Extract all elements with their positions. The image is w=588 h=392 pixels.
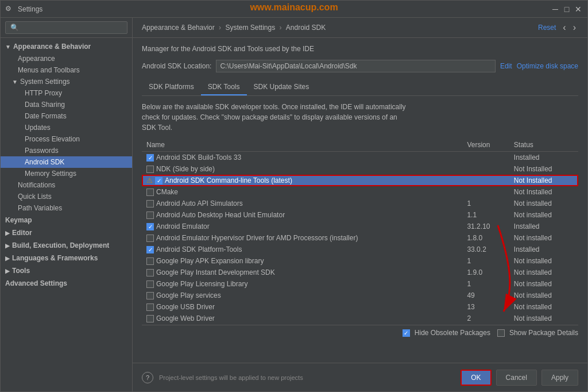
- sdk-location-input[interactable]: [216, 60, 496, 72]
- edit-link[interactable]: Edit: [500, 62, 512, 70]
- row-name-cell: Android Auto API Simulators: [142, 198, 462, 209]
- show-package-details: Show Package Details: [497, 329, 578, 337]
- row-checkbox[interactable]: [146, 315, 154, 322]
- sidebar-item-keymap[interactable]: Keymap: [1, 214, 132, 226]
- sidebar-item-android-sdk[interactable]: Android SDK: [1, 156, 132, 168]
- sidebar-item-http-proxy[interactable]: HTTP Proxy: [1, 87, 132, 99]
- close-button[interactable]: ✕: [574, 5, 583, 14]
- row-checkbox[interactable]: [146, 292, 154, 299]
- show-details-checkbox[interactable]: [497, 329, 505, 337]
- sidebar-item-build-execution[interactable]: ▶ Build, Execution, Deployment: [1, 239, 132, 252]
- cancel-button[interactable]: Cancel: [496, 370, 537, 386]
- row-checkbox[interactable]: [146, 212, 154, 219]
- row-name-cell: ✓Android Emulator: [142, 221, 462, 232]
- breadcrumb-separator: ›: [219, 24, 223, 32]
- optimize-link[interactable]: Optimize disk space: [517, 62, 578, 70]
- table-row[interactable]: ✓Android SDK Build-Tools 33Installed: [142, 152, 578, 164]
- row-name-text: Android Emulator: [156, 222, 210, 230]
- show-details-label: Show Package Details: [509, 329, 578, 337]
- sidebar-item-tools[interactable]: ▶ Tools: [1, 264, 132, 277]
- table-row[interactable]: NDK (Side by side)Not Installed: [142, 163, 578, 175]
- reset-link[interactable]: Reset: [538, 24, 556, 32]
- col-name: Name: [142, 139, 462, 152]
- sidebar-item-notifications[interactable]: Notifications: [1, 179, 132, 191]
- row-checkbox[interactable]: [146, 189, 154, 196]
- ok-button[interactable]: OK: [461, 370, 491, 386]
- row-checkbox[interactable]: ✓: [146, 154, 154, 162]
- row-checkbox[interactable]: ✓: [146, 246, 154, 253]
- row-name-text: Google Play APK Expansion library: [156, 257, 264, 265]
- row-checkbox[interactable]: [146, 303, 154, 311]
- expand-arrow-icon: ▼: [5, 44, 11, 50]
- table-row[interactable]: Google Play Licensing Library1Not instal…: [142, 278, 578, 290]
- table-row[interactable]: Google Web Driver2Not installed: [142, 313, 578, 322]
- sidebar-item-editor[interactable]: ▶ Editor: [1, 226, 132, 239]
- row-status-cell: Not installed: [509, 278, 578, 290]
- table-row[interactable]: CMakeNot Installed: [142, 186, 578, 198]
- tab-sdk-platforms[interactable]: SDK Platforms: [142, 79, 201, 95]
- table-row[interactable]: Android Emulator Hypervisor Driver for A…: [142, 232, 578, 244]
- table-row[interactable]: Google USB Driver13Not installed: [142, 301, 578, 313]
- row-checkbox[interactable]: [146, 200, 154, 207]
- row-status-cell: Not installed: [509, 232, 578, 244]
- row-version-cell: 1: [462, 278, 509, 290]
- row-checkbox[interactable]: [146, 280, 154, 288]
- sidebar-item-quick-lists[interactable]: Quick Lists: [1, 191, 132, 202]
- minimize-button[interactable]: ─: [551, 5, 560, 14]
- window-title: Settings: [18, 5, 42, 13]
- row-name-text: Android SDK Build-Tools 33: [156, 153, 241, 162]
- forward-button[interactable]: ›: [571, 22, 578, 33]
- row-checkbox[interactable]: [146, 235, 154, 242]
- table-row[interactable]: ⚠✓Android SDK Command-line Tools (latest…: [142, 175, 578, 186]
- row-name-text: CMake: [156, 188, 178, 196]
- table-row[interactable]: ✓Android SDK Platform-Tools33.0.2Install…: [142, 244, 578, 255]
- sidebar-item-appearance[interactable]: Appearance: [1, 53, 132, 64]
- table-row[interactable]: ✓Android Emulator31.2.10Installed: [142, 221, 578, 232]
- sidebar-item-languages-frameworks[interactable]: ▶ Languages & Frameworks: [1, 252, 132, 264]
- table-row[interactable]: Google Play services49Not installed: [142, 290, 578, 301]
- table-row[interactable]: Google Play APK Expansion library1Not in…: [142, 255, 578, 267]
- sidebar-item-updates[interactable]: Updates: [1, 122, 132, 133]
- row-name-text: Google Play services: [156, 291, 221, 299]
- apply-button[interactable]: Apply: [541, 370, 578, 386]
- right-panel: Appearance & Behavior › System Settings …: [133, 18, 587, 391]
- sidebar-item-path-variables[interactable]: Path Variables: [1, 202, 132, 214]
- row-checkbox[interactable]: [146, 258, 154, 265]
- sdk-location-label: Android SDK Location:: [142, 62, 211, 70]
- maximize-button[interactable]: □: [562, 5, 571, 14]
- row-checkbox[interactable]: [146, 269, 154, 276]
- row-name-text: Android SDK Command-line Tools (latest): [165, 176, 292, 185]
- row-checkbox[interactable]: ✓: [146, 223, 154, 230]
- warning-icon: ⚠: [146, 176, 153, 185]
- search-input[interactable]: [5, 21, 127, 34]
- sidebar-item-data-sharing[interactable]: Data Sharing: [1, 99, 132, 110]
- expand-arrow-icon: ▶: [5, 243, 10, 249]
- sidebar-item-date-formats[interactable]: Date Formats: [1, 110, 132, 122]
- sidebar-item-appearance-behavior[interactable]: ▼ Appearance & Behavior: [1, 40, 132, 53]
- row-status-cell: Not Installed: [509, 163, 578, 175]
- row-name-cell: Google Play APK Expansion library: [142, 255, 462, 267]
- row-name-text: Android Auto API Simulators: [156, 199, 243, 207]
- sidebar-item-process-elevation[interactable]: Process Elevation: [1, 133, 132, 145]
- row-checkbox[interactable]: ✓: [155, 177, 163, 185]
- table-row[interactable]: Android Auto Desktop Head Unit Emulator1…: [142, 209, 578, 221]
- row-version-cell: 1: [462, 255, 509, 267]
- tab-sdk-tools[interactable]: SDK Tools: [201, 79, 247, 95]
- row-name-cell: Google USB Driver: [142, 301, 462, 313]
- sidebar-item-passwords[interactable]: Passwords: [1, 145, 132, 156]
- table-row[interactable]: Google Play Instant Development SDK1.9.0…: [142, 267, 578, 278]
- table-footer: ✓ Hide Obsolete Packages Show Package De…: [142, 325, 578, 340]
- back-button[interactable]: ‹: [560, 22, 568, 33]
- row-name-cell: ✓Android SDK Build-Tools 33: [142, 152, 462, 164]
- row-checkbox[interactable]: [146, 166, 154, 173]
- sidebar-item-system-settings[interactable]: ▼ System Settings: [1, 76, 132, 87]
- sidebar-item-menus-toolbars[interactable]: Menus and Toolbars: [1, 64, 132, 76]
- help-button[interactable]: ?: [142, 372, 153, 383]
- table-row[interactable]: Android Auto API Simulators1Not installe…: [142, 198, 578, 209]
- sidebar-item-memory-settings[interactable]: Memory Settings: [1, 168, 132, 179]
- tab-sdk-update-sites[interactable]: SDK Update Sites: [247, 79, 316, 95]
- sidebar-item-advanced-settings[interactable]: Advanced Settings: [1, 277, 132, 290]
- nav-arrows: ‹ ›: [560, 22, 578, 33]
- row-version-cell: 1: [462, 198, 509, 209]
- hide-obsolete-checkbox[interactable]: ✓: [403, 329, 410, 337]
